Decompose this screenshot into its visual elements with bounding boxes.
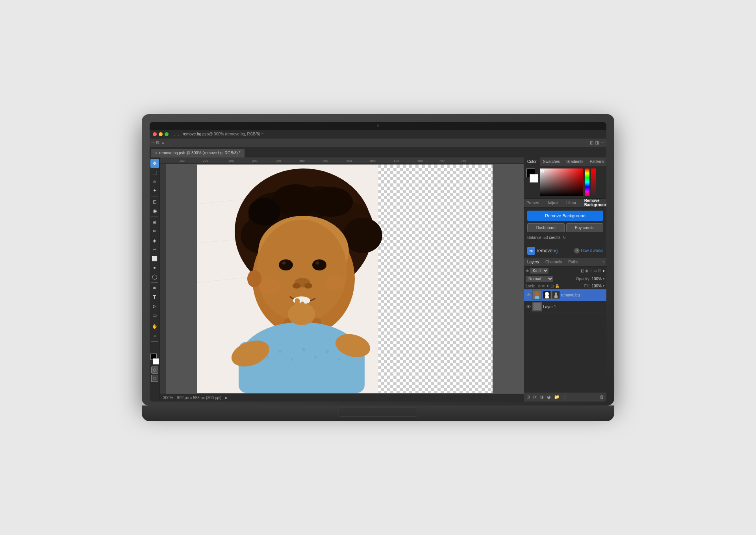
- background-swatch[interactable]: [530, 174, 538, 183]
- dashboard-button[interactable]: Dashboard: [527, 223, 565, 232]
- horizontal-ruler: 150 200 250 300 350 400 450 500 550 60: [160, 157, 524, 164]
- lock-position-icon[interactable]: ✦: [546, 284, 549, 288]
- fill-value[interactable]: 100%: [591, 284, 602, 288]
- right-panel-icon1[interactable]: ◧: [589, 140, 593, 145]
- eyedrop-tool[interactable]: ◉: [150, 207, 159, 215]
- gradient-tool[interactable]: ■: [150, 263, 159, 272]
- filter-kind-select[interactable]: Kind: [530, 268, 548, 274]
- filter-smart-icon[interactable]: ⊡: [598, 268, 601, 273]
- select-tool[interactable]: ⬚: [150, 168, 159, 177]
- add-mask-icon[interactable]: ◑: [539, 394, 545, 400]
- filter-toggle[interactable]: ●: [602, 268, 605, 273]
- brush-tool[interactable]: ✏: [150, 227, 159, 236]
- tab-color[interactable]: Color: [524, 157, 540, 166]
- close-button[interactable]: [153, 132, 157, 136]
- lock-transparency-icon[interactable]: ⊘: [537, 284, 541, 288]
- layers-panel-menu[interactable]: ≡: [602, 260, 605, 264]
- menu-toggle-icon[interactable]: ⋮⋮: [172, 132, 180, 136]
- tab-channels[interactable]: Channels: [542, 259, 565, 265]
- pen-tool[interactable]: ✒: [150, 284, 159, 292]
- filter-adjust-icon[interactable]: ◉: [585, 268, 589, 273]
- workspace-dropdown[interactable]: ⋯: [600, 140, 605, 145]
- fx-icon[interactable]: fx: [532, 393, 537, 400]
- opacity-value[interactable]: 100%: [591, 277, 602, 281]
- move-tool[interactable]: ✥: [150, 159, 159, 168]
- layer-item-1[interactable]: 👁 Layer 1: [524, 301, 606, 313]
- history-tool[interactable]: ↩: [150, 245, 159, 254]
- remove-bg-panel: Remove Background Dashboard Buy credits …: [524, 207, 606, 244]
- quick-mask-mode[interactable]: ⬡: [151, 367, 158, 374]
- eraser-tool[interactable]: ⬜: [150, 254, 159, 263]
- remove-background-button[interactable]: Remove Background: [527, 211, 603, 221]
- svg-text:rb: rb: [530, 249, 533, 253]
- filter-type-icon[interactable]: T: [590, 268, 592, 273]
- new-layer-icon[interactable]: □: [562, 394, 566, 400]
- text-tool[interactable]: T: [150, 293, 159, 302]
- filter-shape-icon[interactable]: ▭: [593, 268, 597, 273]
- shape-tool[interactable]: ▭: [150, 311, 159, 320]
- svg-point-10: [309, 187, 353, 217]
- color-alpha-slider[interactable]: [591, 168, 596, 196]
- buy-credits-button[interactable]: Buy credits: [566, 223, 604, 232]
- right-panel-icon2[interactable]: ◨: [595, 140, 599, 145]
- tab-paths[interactable]: Paths: [565, 259, 582, 265]
- layer-visibility-1[interactable]: 👁: [526, 304, 531, 309]
- layers-filter-row: ⊕ Kind ◧ ◉ T ▭ ⊡: [524, 267, 606, 275]
- screen-content: ⋮⋮ remove.bg.psb @ 300% (remove.bg, RGB/…: [150, 130, 606, 402]
- prop-tab-removebg[interactable]: Remove Background: [582, 198, 606, 208]
- opacity-chevron[interactable]: ▾: [603, 277, 605, 281]
- svg-point-21: [293, 283, 300, 289]
- tab-close-icon[interactable]: ×: [155, 151, 157, 155]
- tool-separator-3: [151, 282, 158, 283]
- spot-heal-tool[interactable]: ⊕: [150, 218, 159, 227]
- blend-mode-select[interactable]: Normal: [526, 276, 553, 282]
- stamp-tool[interactable]: ◈: [150, 236, 159, 245]
- prop-tab-properties[interactable]: Propert...: [524, 200, 545, 206]
- prop-tab-adjustments[interactable]: Adjust...: [545, 200, 564, 206]
- canvas-scroll-area[interactable]: [166, 164, 524, 394]
- dodge-tool[interactable]: ◯: [150, 272, 159, 281]
- lock-artboard-icon[interactable]: ⊡: [550, 284, 554, 288]
- wand-tool[interactable]: ✦: [150, 186, 159, 195]
- hand-tool[interactable]: ✋: [150, 322, 159, 331]
- background-color[interactable]: [153, 358, 159, 365]
- fill-label: Fill:: [584, 284, 591, 288]
- lock-all-icon[interactable]: 🔒: [555, 284, 560, 288]
- crop-tool[interactable]: ⊡: [150, 198, 159, 206]
- camera-dot: [377, 124, 379, 127]
- document-tab[interactable]: × remove.bg.psb @ 300% (remove.bg, RGB/8…: [151, 149, 245, 157]
- link-layers-icon[interactable]: ⊞: [526, 394, 531, 400]
- minimize-button[interactable]: [159, 132, 163, 136]
- layer-item-removebg[interactable]: 👁: [524, 289, 606, 301]
- ruler-mark-150: 150: [179, 159, 184, 163]
- color-saturation-box[interactable]: [540, 168, 583, 196]
- lasso-tool[interactable]: ⌾: [150, 177, 159, 186]
- adjustment-layer-icon[interactable]: ◕: [546, 394, 552, 400]
- svg-rect-48: [535, 296, 539, 299]
- group-layers-icon[interactable]: 📁: [553, 394, 560, 400]
- zoom-tool[interactable]: ⌕: [150, 331, 159, 340]
- how-it-works-text: How it works: [581, 248, 603, 253]
- color-hue-slider[interactable]: [585, 168, 589, 196]
- maximize-button[interactable]: [165, 132, 169, 136]
- tab-gradients[interactable]: Gradients: [563, 157, 586, 166]
- opacity-label: Opacity:: [576, 277, 591, 281]
- layers-panel: Layers Channels Paths ≡ ⊕ Kind: [524, 258, 606, 402]
- tab-swatches[interactable]: Swatches: [540, 157, 563, 166]
- prop-tab-libraries[interactable]: Librar...: [564, 200, 582, 206]
- refresh-credits-icon[interactable]: ↻: [563, 235, 566, 240]
- delete-layer-icon[interactable]: 🗑: [599, 394, 605, 400]
- fill-chevron[interactable]: ▾: [603, 284, 605, 288]
- tab-details: @ 300% (remove.bg, RGB/8) *: [209, 132, 263, 136]
- trackpad[interactable]: [339, 407, 417, 417]
- screen-mode[interactable]: □: [151, 375, 158, 382]
- how-it-works-link[interactable]: ? How it works: [574, 248, 603, 254]
- lock-pixels-icon[interactable]: ✏: [542, 284, 545, 288]
- path-select-tool[interactable]: ▷: [150, 302, 159, 311]
- layer-visibility-removebg[interactable]: 👁: [526, 292, 531, 298]
- tab-layers[interactable]: Layers: [524, 259, 542, 265]
- tab-patterns[interactable]: Patterns: [587, 157, 606, 166]
- filter-pixel-icon[interactable]: ◧: [580, 268, 584, 273]
- more-tools[interactable]: ···: [150, 343, 159, 352]
- svg-point-19: [315, 261, 319, 265]
